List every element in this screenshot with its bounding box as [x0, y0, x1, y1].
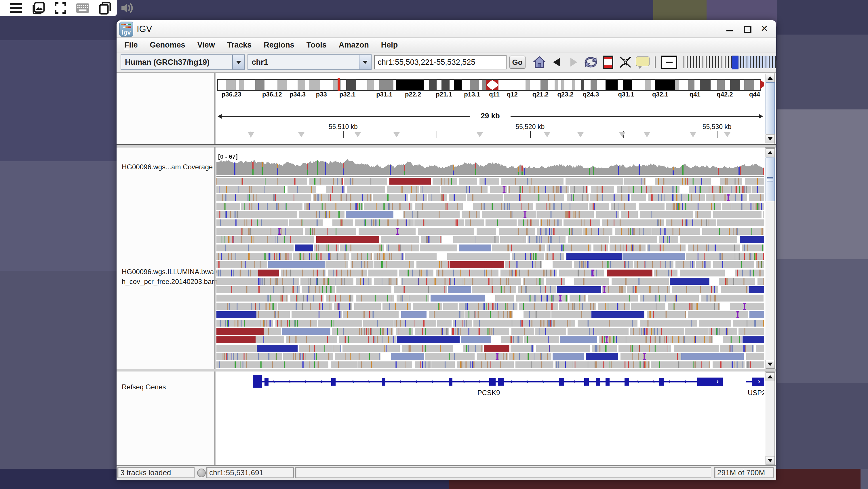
header-scrollbar[interactable]: [765, 73, 775, 144]
gene-exon[interactable]: [489, 378, 496, 385]
coverage-track-label[interactable]: HG00096.wgs...am Coverage: [122, 163, 213, 171]
menu-item-tools[interactable]: Tools: [301, 40, 333, 50]
gene-exon[interactable]: [498, 378, 504, 385]
define-region-icon[interactable]: [601, 55, 615, 69]
gene-track-label[interactable]: Refseq Genes: [122, 383, 166, 391]
menu-item-help[interactable]: Help: [375, 40, 404, 50]
scroll-up-icon[interactable]: [766, 74, 775, 82]
chromosome-ideogram[interactable]: p36.23p36.12p34.3p33p32.1p31.1p22.2p21.1…: [216, 73, 764, 144]
forward-icon[interactable]: [567, 55, 581, 69]
gene-scrollbar[interactable]: [765, 372, 775, 465]
panel-divider[interactable]: [214, 73, 216, 144]
gene-exon[interactable]: [449, 378, 453, 385]
volume-icon[interactable]: [121, 1, 133, 15]
gene-exon[interactable]: [606, 378, 610, 385]
gene-exon[interactable]: ›: [752, 378, 764, 386]
titlebar[interactable]: igv IGV ✕: [117, 20, 776, 38]
region-marker-icon[interactable]: [690, 132, 696, 137]
fit-to-window-icon[interactable]: [618, 55, 632, 69]
gene-exon[interactable]: [253, 375, 262, 387]
locus-input[interactable]: [374, 55, 506, 69]
zoom-slider[interactable]: [681, 56, 776, 69]
gene-exon[interactable]: ›: [698, 378, 723, 386]
alignment-track-label-line2[interactable]: h_cov_pcr_free.20140203.bam: [122, 278, 217, 286]
ideogram-view-marker[interactable]: [338, 78, 340, 91]
back-icon[interactable]: [550, 55, 563, 69]
menu-icon[interactable]: [10, 1, 22, 15]
scroll-down-icon[interactable]: [766, 456, 775, 465]
chevron-down-icon[interactable]: [232, 55, 244, 69]
region-marker-icon[interactable]: [354, 132, 361, 137]
close-icon[interactable]: ✕: [760, 25, 769, 33]
scrollbar-thumb[interactable]: [766, 157, 775, 201]
region-marker-icon[interactable]: [544, 132, 550, 137]
gene-exon[interactable]: [584, 378, 589, 385]
gene-data-area[interactable]: ››››››››››››››››››››PCSK9›USP24: [216, 372, 764, 465]
region-marker-icon[interactable]: [394, 132, 400, 137]
menu-item-file[interactable]: File: [118, 40, 144, 50]
screenshot-icon[interactable]: [32, 1, 45, 15]
scroll-down-icon[interactable]: [766, 360, 775, 369]
zoom-slider-thumb[interactable]: [732, 56, 739, 69]
zoom-out-icon[interactable]: [661, 56, 677, 69]
panel-divider[interactable]: [214, 372, 216, 465]
region-marker-icon[interactable]: [577, 132, 584, 137]
panel-splitter[interactable]: [117, 145, 776, 147]
ideogram-band: [581, 80, 584, 90]
gene-exon[interactable]: [265, 378, 269, 385]
maximize-icon[interactable]: [743, 25, 751, 33]
genome-select[interactable]: Human (GRCh37/hg19): [121, 54, 245, 70]
copy-window-icon[interactable]: [99, 1, 111, 15]
menu-item-genomes[interactable]: Genomes: [144, 40, 191, 50]
scroll-up-icon[interactable]: [766, 148, 775, 157]
gene-exon[interactable]: [331, 378, 336, 385]
alignment-canvas[interactable]: [216, 147, 764, 369]
scroll-down-icon[interactable]: [766, 135, 775, 143]
home-icon[interactable]: [532, 55, 546, 69]
refresh-icon[interactable]: [584, 55, 598, 69]
igv-window: igv IGV ✕ FileGenomesViewTracksRegionsTo…: [117, 20, 776, 480]
ideogram-band-label: q31.1: [618, 91, 634, 98]
ideogram-band: [740, 80, 744, 90]
gene-name-label[interactable]: PCSK9: [477, 389, 500, 397]
region-marker-icon[interactable]: [619, 132, 625, 137]
ideogram-band: [526, 80, 530, 90]
ideogram-band-label: q11: [489, 91, 500, 98]
menu-item-tracks[interactable]: Tracks: [221, 40, 258, 50]
strand-arrow-icon: ›: [669, 378, 671, 385]
window-title: IGV: [137, 24, 152, 34]
ideogram-band: [265, 80, 277, 90]
chevron-down-icon[interactable]: [359, 55, 371, 69]
minimize-icon[interactable]: [725, 25, 734, 33]
ideogram-band: [356, 80, 368, 90]
popup-behavior-icon[interactable]: [636, 55, 650, 69]
ideogram-band: [591, 80, 597, 90]
gene-panel: Refseq Genes ››››››››››››››››››››PCSK9›U…: [117, 372, 776, 465]
fullscreen-icon[interactable]: [55, 1, 66, 15]
ideogram-bar[interactable]: [217, 79, 761, 91]
region-marker-icon[interactable]: [644, 132, 650, 137]
scroll-up-icon[interactable]: [766, 372, 775, 381]
ideogram-band: [688, 80, 694, 90]
gene-exon[interactable]: [596, 378, 600, 385]
region-marker-icon[interactable]: [724, 132, 731, 137]
gene-exon[interactable]: [559, 378, 564, 385]
gene-name-label[interactable]: USP24: [748, 389, 764, 397]
menu-item-amazon[interactable]: Amazon: [333, 40, 375, 50]
gene-exon[interactable]: [624, 378, 629, 385]
go-button[interactable]: Go: [509, 56, 526, 69]
keyboard-icon[interactable]: [76, 1, 89, 15]
scrollbar-thumb[interactable]: [766, 82, 775, 134]
region-marker-icon[interactable]: [476, 132, 483, 137]
alignment-track-label-line1[interactable]: HG00096.wgs.ILLUMINA.bwa.G: [122, 268, 221, 276]
chromosome-select[interactable]: chr1: [248, 54, 372, 70]
menu-item-regions[interactable]: Regions: [257, 40, 301, 50]
ideogram-band-label: p36.23: [222, 91, 242, 98]
panel-divider[interactable]: [214, 147, 216, 369]
gene-exon[interactable]: [382, 378, 385, 385]
menu-item-view[interactable]: View: [191, 40, 221, 50]
alignment-scrollbar[interactable]: [765, 147, 775, 369]
region-marker-icon[interactable]: [298, 132, 305, 137]
region-marker-icon[interactable]: [248, 132, 254, 137]
gene-exon[interactable]: [659, 378, 664, 385]
